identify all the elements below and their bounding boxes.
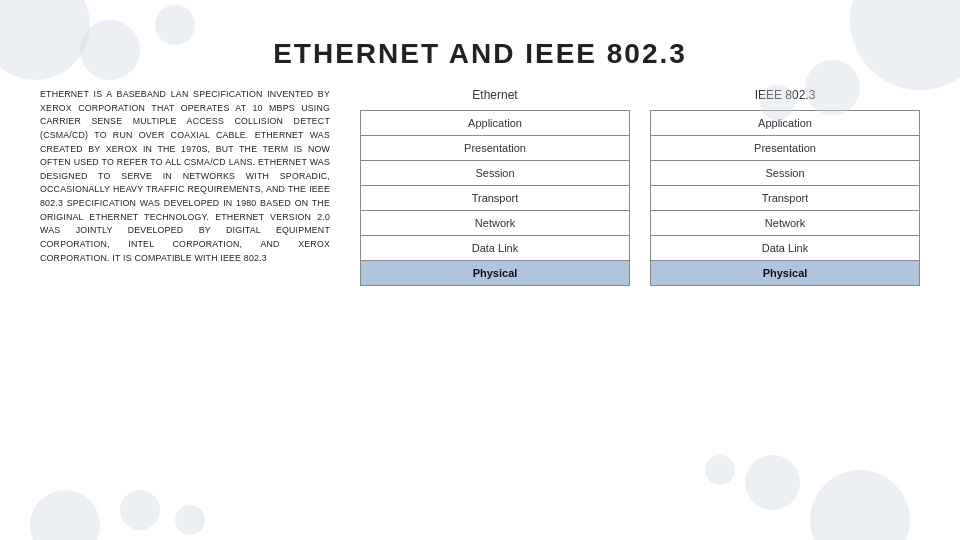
table-row: Network bbox=[651, 211, 920, 236]
layer-datalink: Data Link bbox=[361, 236, 630, 261]
table-row: Transport bbox=[651, 186, 920, 211]
description-text: ETHERNET IS A BASEBAND LAN SPECIFICATION… bbox=[40, 88, 330, 286]
ethernet-table: Application Presentation Session Transpo… bbox=[360, 110, 630, 286]
ethernet-header: Ethernet bbox=[472, 88, 517, 102]
ethernet-column: Ethernet Application Presentation Sessio… bbox=[360, 88, 630, 286]
diagram-area: Ethernet Application Presentation Sessio… bbox=[360, 88, 920, 286]
table-row: Session bbox=[361, 161, 630, 186]
layer-presentation: Presentation bbox=[651, 136, 920, 161]
table-row: Application bbox=[361, 111, 630, 136]
layer-physical: Physical bbox=[361, 261, 630, 286]
layer-transport: Transport bbox=[651, 186, 920, 211]
table-row: Physical bbox=[651, 261, 920, 286]
layer-session: Session bbox=[651, 161, 920, 186]
table-row: Network bbox=[361, 211, 630, 236]
layer-network: Network bbox=[651, 211, 920, 236]
deco-circle-9 bbox=[175, 505, 205, 535]
content-area: ETHERNET IS A BASEBAND LAN SPECIFICATION… bbox=[0, 88, 960, 286]
layer-presentation: Presentation bbox=[361, 136, 630, 161]
table-row: Session bbox=[651, 161, 920, 186]
layer-physical: Physical bbox=[651, 261, 920, 286]
table-row: Physical bbox=[361, 261, 630, 286]
table-row: Data Link bbox=[651, 236, 920, 261]
deco-circle-2 bbox=[80, 20, 140, 80]
layer-datalink: Data Link bbox=[651, 236, 920, 261]
deco-circle-11 bbox=[745, 455, 800, 510]
layer-session: Session bbox=[361, 161, 630, 186]
table-row: Presentation bbox=[361, 136, 630, 161]
table-row: Presentation bbox=[651, 136, 920, 161]
deco-circle-3 bbox=[155, 5, 195, 45]
layer-application: Application bbox=[361, 111, 630, 136]
deco-circle-10 bbox=[810, 470, 910, 540]
layer-transport: Transport bbox=[361, 186, 630, 211]
deco-circle-6 bbox=[760, 85, 795, 120]
ieee8023-table: Application Presentation Session Transpo… bbox=[650, 110, 920, 286]
layer-network: Network bbox=[361, 211, 630, 236]
table-row: Data Link bbox=[361, 236, 630, 261]
table-row: Transport bbox=[361, 186, 630, 211]
deco-circle-7 bbox=[30, 490, 100, 540]
deco-circle-12 bbox=[705, 455, 735, 485]
deco-circle-8 bbox=[120, 490, 160, 530]
deco-circle-5 bbox=[805, 60, 860, 115]
